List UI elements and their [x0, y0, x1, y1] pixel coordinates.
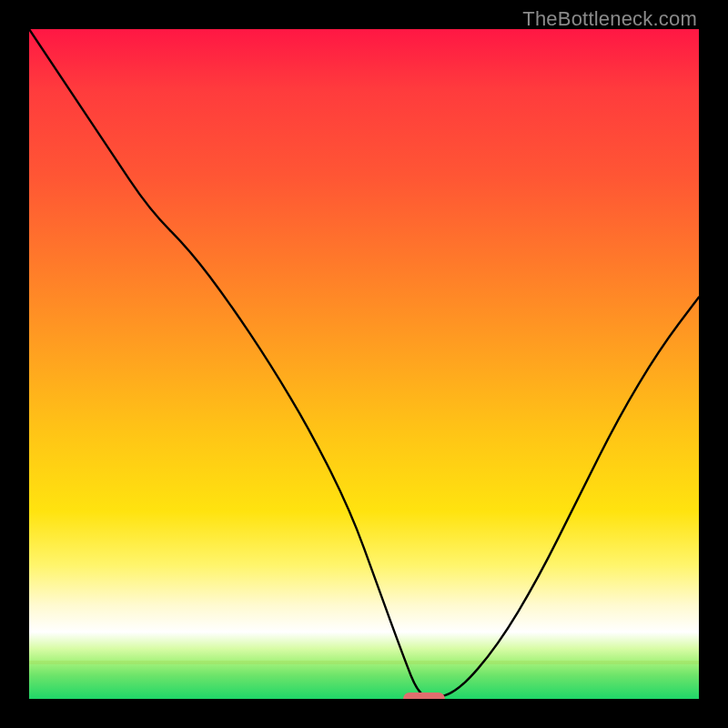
- chart-frame: TheBottleneck.com: [0, 0, 728, 728]
- bottleneck-curve: [29, 29, 699, 699]
- plot-area: [29, 29, 699, 699]
- watermark-text: TheBottleneck.com: [522, 7, 697, 31]
- bottleneck-marker: [403, 693, 445, 699]
- curve-path: [29, 29, 699, 697]
